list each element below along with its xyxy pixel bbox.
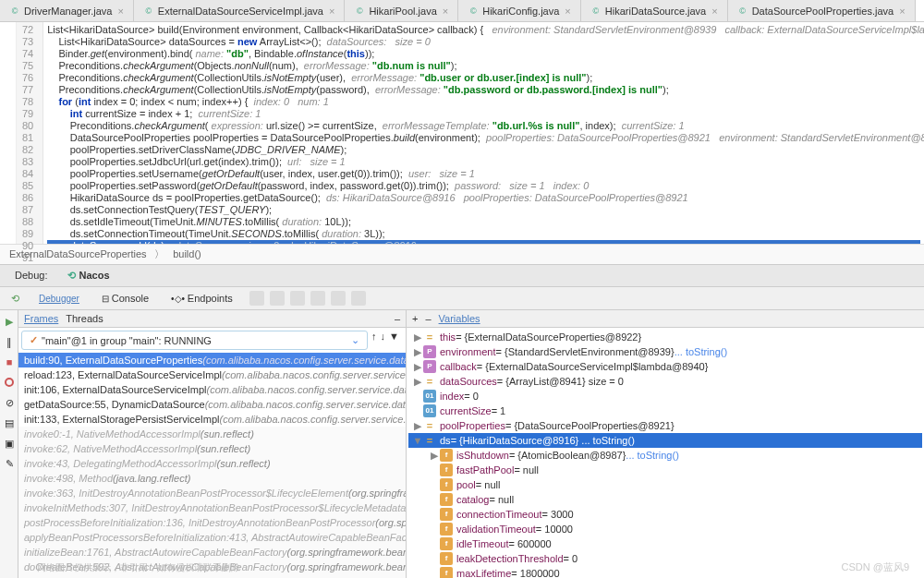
code-content[interactable]: List<HikariDataSource> build(Environment…	[43, 22, 924, 244]
variable-row[interactable]: ▼=ds = {HikariDataSource@8916} ... toStr…	[408, 433, 922, 448]
minus-icon[interactable]: –	[425, 313, 431, 324]
variable-row[interactable]: fcatalog = null	[408, 492, 922, 507]
expand-arrow-icon[interactable]: ▶	[412, 360, 423, 373]
variables-list[interactable]: ▶=this = {ExternalDataSourceProperties@8…	[407, 328, 924, 578]
code-line[interactable]: ds.setConnectionTimeout(TimeUnit.SECONDS…	[47, 228, 920, 240]
vars-label[interactable]: Variables	[439, 313, 480, 324]
filter-icon[interactable]: ▼	[389, 331, 399, 350]
stack-frame[interactable]: getDataSource:55, DynamicDataSource (com…	[18, 397, 406, 412]
pause-icon[interactable]: ‖	[2, 334, 17, 349]
stack-frame[interactable]: init:133, ExternalStoragePersistServiceI…	[18, 412, 406, 427]
expand-arrow-icon[interactable]: ▶	[412, 331, 423, 343]
debug-tab-nacos[interactable]: ⟲ Nacos	[60, 268, 116, 283]
close-icon[interactable]: ×	[711, 6, 717, 17]
frame-up-icon[interactable]: ↑	[371, 331, 377, 350]
code-line[interactable]: Binder.get(environment).bind( name: "db"…	[47, 48, 920, 60]
resume-icon[interactable]: ▶	[2, 314, 17, 329]
code-line[interactable]: HikariDataSource ds = poolProperties.get…	[47, 192, 920, 204]
stack-frame[interactable]: invoke:43, DelegatingMethodAccessorImpl …	[18, 456, 406, 471]
variable-row[interactable]: fvalidationTimeout = 10000	[408, 522, 922, 536]
file-tab[interactable]: ©HikariConfig.java×	[458, 0, 581, 21]
file-tab[interactable]: ©DataSourcePoolProperties.java×	[728, 0, 916, 21]
frames-icon[interactable]: ▤	[2, 415, 17, 430]
code-line[interactable]: poolProperties.setDriverClassName(JDBC_D…	[47, 144, 920, 156]
step-into-icon[interactable]	[270, 291, 285, 306]
expand-arrow-icon[interactable]: ▼	[412, 434, 423, 447]
file-tab[interactable]: ©HikariPool.java×	[345, 0, 458, 21]
variable-row[interactable]: fidleTimeout = 600000	[408, 536, 922, 551]
close-icon[interactable]: ×	[443, 6, 448, 17]
tab-debugger[interactable]: Debugger	[33, 292, 85, 306]
stack-frame[interactable]: build:90, ExternalDataSourceProperties (…	[18, 353, 406, 367]
variable-row[interactable]: 01currentSize = 1	[408, 403, 922, 418]
close-icon[interactable]: ×	[117, 6, 123, 17]
stack-frame[interactable]: invoke:62, NativeMethodAccessorImpl (sun…	[18, 441, 406, 456]
file-tab[interactable]: ©DriverManager.java×	[0, 0, 134, 21]
variable-row[interactable]: 01index = 0	[408, 389, 922, 403]
stack-frame[interactable]: postProcessBeforeInitialization:136, Ini…	[18, 515, 406, 530]
variable-row[interactable]: fpool = null	[408, 477, 922, 492]
variable-row[interactable]: ▶=this = {ExternalDataSourceProperties@8…	[408, 330, 922, 344]
expand-arrow-icon[interactable]: ▶	[412, 375, 423, 388]
code-line[interactable]: dataSources.add(ds); dataSources: size =…	[47, 240, 920, 244]
code-line[interactable]: ds.setIdleTimeout(TimeUnit.MINUTES.toMil…	[47, 216, 920, 228]
variable-row[interactable]: ▶fisShutdown = {AtomicBoolean@8987} ... …	[408, 448, 922, 463]
stack-frame[interactable]: applyBeanPostProcessorsBeforeInitializat…	[18, 530, 406, 545]
breadcrumb-class[interactable]: ExternalDataSourceProperties	[9, 248, 147, 259]
view-breakpoints-icon[interactable]	[2, 375, 17, 390]
restart-icon[interactable]: ⟲	[7, 291, 22, 306]
variable-row[interactable]: ▶=dataSources = {ArrayList@8941} size = …	[408, 374, 922, 389]
file-tab[interactable]: ©ExternalDataSourceProperties.java×	[916, 0, 924, 21]
run-to-cursor-icon[interactable]	[331, 291, 346, 306]
stack-frame[interactable]: init:106, ExternalDataSourceServiceImpl …	[18, 382, 406, 397]
code-line[interactable]: List<HikariDataSource> build(Environment…	[47, 24, 920, 36]
file-tab[interactable]: ©HikariDataSource.java×	[581, 0, 728, 21]
stack-frame[interactable]: invoke:363, InitDestroyAnnotationBeanPos…	[18, 486, 406, 500]
variable-row[interactable]: ▶Penvironment = {StandardServletEnvironm…	[408, 344, 922, 359]
code-line[interactable]: poolProperties.setJdbcUrl(url.get(index)…	[47, 156, 920, 168]
expand-arrow-icon[interactable]: ▶	[412, 345, 423, 358]
stack-frame[interactable]: invoke0:-1, NativeMethodAccessorImpl (su…	[18, 427, 406, 441]
code-line[interactable]: poolProperties.setUsername(getOrDefault(…	[47, 168, 920, 180]
tab-threads[interactable]: Threads	[66, 313, 103, 324]
step-over-icon[interactable]	[249, 291, 264, 306]
camera-icon[interactable]: ▣	[2, 436, 17, 451]
code-line[interactable]: ds.setConnectionTestQuery(TEST_QUERY);	[47, 204, 920, 216]
variable-row[interactable]: ffastPathPool = null	[408, 463, 922, 477]
settings-icon[interactable]: ✎	[2, 456, 17, 471]
variable-row[interactable]: fconnectionTimeout = 3000	[408, 507, 922, 522]
tab-frames[interactable]: Frames	[24, 313, 58, 324]
frame-down-icon[interactable]: ↓	[381, 331, 386, 350]
tab-endpoints[interactable]: •◇• Endpoints	[165, 291, 238, 306]
stop-icon[interactable]: ■	[2, 355, 17, 369]
step-out-icon[interactable]	[310, 291, 325, 306]
code-line[interactable]: for (int index = 0; index < num; index++…	[47, 96, 920, 108]
stack-frame[interactable]: initializeBean:1761, AbstractAutowireCap…	[18, 545, 406, 560]
step-smart-icon[interactable]	[290, 291, 305, 306]
code-line[interactable]: poolProperties.setPassword(getOrDefault(…	[47, 180, 920, 192]
close-icon[interactable]: ×	[565, 6, 570, 17]
file-tab[interactable]: ©ExternalDataSourceServiceImpl.java×	[134, 0, 346, 21]
breadcrumb-method[interactable]: build()	[173, 248, 201, 259]
breadcrumb[interactable]: ExternalDataSourceProperties 〉 build()	[0, 244, 924, 264]
code-line[interactable]: Preconditions.checkArgument( expression:…	[47, 120, 920, 132]
stack-frame[interactable]: invoke:498, Method (java.lang.reflect)	[18, 471, 406, 486]
stack-frame[interactable]: invokeInitMethods:307, InitDestroyAnnota…	[18, 500, 406, 515]
stack-frame[interactable]: reload:123, ExternalDataSourceServiceImp…	[18, 367, 406, 382]
close-icon[interactable]: ×	[899, 6, 905, 17]
minimize-icon[interactable]: –	[395, 313, 400, 324]
code-line[interactable]: Preconditions.checkArgument(Objects.nonN…	[47, 60, 920, 72]
tab-console[interactable]: ⊟ Console	[96, 291, 154, 306]
code-line[interactable]: List<HikariDataSource> dataSources = new…	[47, 36, 920, 48]
variable-row[interactable]: ▶=poolProperties = {DataSourcePoolProper…	[408, 418, 922, 433]
evaluate-icon[interactable]	[351, 291, 366, 306]
expand-arrow-icon[interactable]: ▶	[429, 449, 440, 462]
expand-arrow-icon[interactable]: ▶	[412, 419, 423, 432]
code-line[interactable]: Preconditions.checkArgument(CollectionUt…	[47, 84, 920, 96]
frames-list[interactable]: build:90, ExternalDataSourceProperties (…	[18, 353, 406, 578]
plus-icon[interactable]: +	[412, 313, 418, 324]
variable-row[interactable]: ▶Pcallback = {ExternalDataSourceServiceI…	[408, 359, 922, 374]
stack-frame[interactable]: createBean:514, AbstractAutowireCapableB…	[18, 574, 406, 578]
code-line[interactable]: DataSourcePoolProperties poolProperties …	[47, 132, 920, 144]
code-line[interactable]: Preconditions.checkArgument(CollectionUt…	[47, 72, 920, 84]
